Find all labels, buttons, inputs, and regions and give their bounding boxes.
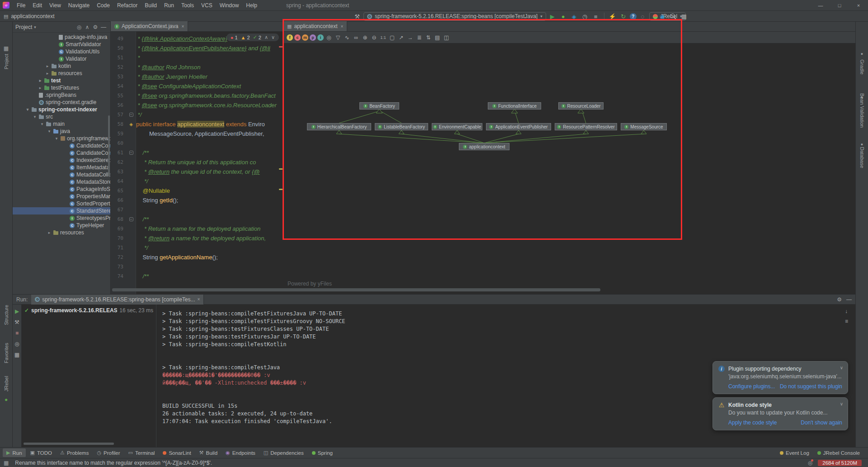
editor-tab[interactable]: I ApplicationContext.java × bbox=[111, 21, 188, 31]
chevron-down-icon[interactable]: ∨ bbox=[840, 365, 843, 370]
fold-icon[interactable]: − bbox=[129, 217, 133, 221]
show-properties-icon[interactable]: p bbox=[310, 34, 316, 41]
inspections-widget[interactable]: ●1 ▲2 ✓2 ∧ ∨ bbox=[226, 33, 279, 41]
notification-link[interactable]: Do not suggest this plugin bbox=[780, 383, 842, 390]
tree-item[interactable]: ▸resources bbox=[13, 229, 110, 236]
diagram-node[interactable]: IFunctionalInterface bbox=[488, 102, 541, 110]
settings-icon[interactable]: ⚙ bbox=[837, 296, 842, 303]
code-line[interactable]: 56 * @see org.springframework.core.io.Re… bbox=[111, 100, 283, 110]
zoom-out-icon[interactable]: ⊖ bbox=[370, 33, 378, 41]
toolwindow-button-dependencies[interactable]: ◫Dependencies bbox=[260, 448, 307, 457]
show-constructors-icon[interactable]: c bbox=[294, 34, 301, 41]
close-icon[interactable]: × bbox=[181, 24, 184, 29]
hide-icon[interactable]: — bbox=[846, 296, 852, 303]
run-config-select[interactable]: Gspring-framework-5.2.16.RELEASE:spring-… bbox=[363, 12, 546, 21]
notification-link[interactable]: Configure plugins... bbox=[728, 383, 775, 390]
run-tree-item[interactable]: ✓ spring-framework-5.2.16.RELEASE:spring… bbox=[22, 305, 156, 316]
tree-item[interactable]: ▾main bbox=[13, 120, 110, 128]
notification-balloon[interactable]: iPlugin supporting dependency∨'java:org.… bbox=[712, 361, 848, 394]
toolwindow-button-sonarlint[interactable]: SonarLint bbox=[159, 449, 194, 457]
menu-window[interactable]: Window bbox=[216, 0, 243, 11]
code-line[interactable]: 59 MessageSource, ApplicationEventPublis… bbox=[111, 129, 283, 138]
stripe-item-favorites[interactable]: Favorites bbox=[4, 343, 9, 363]
notification-link[interactable]: Apply the code style bbox=[728, 419, 777, 426]
menu-view[interactable]: View bbox=[46, 0, 65, 11]
menu-tools[interactable]: Tools bbox=[178, 0, 198, 11]
menu-edit[interactable]: Edit bbox=[29, 0, 46, 11]
diagram-node[interactable]: Iapplicationcontext bbox=[459, 143, 509, 150]
tree-item[interactable]: ▸resources bbox=[13, 70, 110, 77]
close-icon[interactable]: × bbox=[340, 24, 343, 29]
tree-item[interactable]: ▸test bbox=[13, 77, 110, 84]
help-icon[interactable]: ? bbox=[630, 13, 637, 20]
edge-filter-icon[interactable]: ∿ bbox=[343, 33, 351, 41]
tree-item[interactable]: ▸testFixtures bbox=[13, 84, 110, 91]
show-options-icon[interactable]: ◎ bbox=[14, 341, 19, 347]
tree-item[interactable]: CMetadataCollector bbox=[13, 171, 110, 178]
scroll-to-end-icon[interactable]: ↓ bbox=[845, 308, 848, 315]
stripe-item-gradle[interactable]: Gradle bbox=[859, 59, 865, 74]
tree-item[interactable]: CItemMetadata bbox=[13, 164, 110, 171]
code-line[interactable]: 71 */ bbox=[111, 243, 283, 253]
stripe-item-database[interactable]: Database bbox=[859, 147, 865, 168]
tree-item[interactable]: CCandidateComponentsIndexer bbox=[13, 149, 110, 157]
tree-item[interactable]: CMetadataStore bbox=[13, 178, 110, 186]
tree-item[interactable]: ▾spring-context-indexer bbox=[13, 106, 110, 113]
debug-button[interactable]: ● bbox=[559, 12, 568, 21]
tree-item[interactable]: CPackageInfoStereotypesProvider bbox=[13, 186, 110, 193]
project-scrollbar[interactable] bbox=[108, 115, 110, 176]
plugin-icon[interactable]: ◌ bbox=[638, 12, 647, 21]
fold-icon[interactable]: − bbox=[129, 151, 133, 155]
horizontal-scrollbar[interactable] bbox=[112, 288, 600, 291]
stripe-item-structure[interactable]: Structure bbox=[4, 305, 9, 325]
code-line[interactable]: 69 * Return a name for the deployed appl… bbox=[111, 224, 283, 234]
settings-icon[interactable]: ⚙ bbox=[91, 24, 99, 30]
tree-item[interactable]: CCandidateComponentsIndex bbox=[13, 142, 110, 149]
gutter-icon[interactable]: ◈ bbox=[129, 122, 133, 127]
memory-indicator[interactable]: 2684 of 5120M bbox=[818, 460, 862, 466]
print-icon[interactable]: ▤ bbox=[434, 33, 441, 41]
stop-button[interactable]: ■ bbox=[591, 12, 600, 21]
search-everywhere-icon[interactable] bbox=[669, 12, 678, 21]
stripe-item-project[interactable]: Project bbox=[4, 54, 9, 69]
build-settings-icon[interactable]: ⚒ bbox=[14, 319, 19, 325]
tree-item[interactable]: CValidationUtils bbox=[13, 48, 110, 55]
diagram-node[interactable]: IHierarchicalBeanFactory bbox=[307, 123, 371, 130]
visibility-icon[interactable]: ◎ bbox=[325, 33, 333, 41]
zoom-in-icon[interactable]: ⊕ bbox=[361, 33, 369, 41]
diagram-tab[interactable]: ▦ applicationcontext × bbox=[283, 21, 347, 31]
toolwindow-button-jrebel-console[interactable]: JRebel Console bbox=[814, 449, 863, 457]
jrebel-run-icon[interactable]: ⚡ bbox=[608, 12, 617, 21]
code-line[interactable]: 50 * {@link ApplicationEventPublisherAwa… bbox=[111, 43, 283, 53]
menu-navigate[interactable]: Navigate bbox=[65, 0, 93, 11]
collapse-all-icon[interactable]: ∧ bbox=[83, 24, 91, 30]
apply-layout-icon[interactable]: → bbox=[406, 33, 414, 41]
toolwindow-button-build[interactable]: ⚒Build bbox=[196, 448, 221, 457]
diagram-canvas[interactable]: IBeanFactoryIFunctionalInterfaceIResourc… bbox=[283, 43, 855, 294]
tree-item[interactable]: IValidator bbox=[13, 55, 110, 62]
toolwindow-button-endpoints[interactable]: ◉Endpoints bbox=[222, 448, 259, 457]
diagram-node[interactable]: IResourceLoader bbox=[558, 102, 604, 110]
run-tab[interactable]: G spring-framework-5.2.16.RELEASE:spring… bbox=[31, 295, 204, 305]
tree-item[interactable]: ▾java bbox=[13, 128, 110, 135]
menu-run[interactable]: Run bbox=[160, 0, 178, 11]
run-tree-scrollbar[interactable] bbox=[24, 443, 114, 445]
code-line[interactable]: 68− /** bbox=[111, 214, 283, 224]
hide-panel-icon[interactable]: — bbox=[99, 24, 108, 30]
code-line[interactable]: 54 * @see ConfigurableApplicationContext bbox=[111, 81, 283, 91]
diagram-node[interactable]: IListableBeanFactory bbox=[375, 123, 428, 130]
code-line[interactable]: 51 * bbox=[111, 53, 283, 62]
tree-item[interactable]: ISmartValidator bbox=[13, 41, 110, 48]
code-line[interactable]: 52 * @author Rod Johnson bbox=[111, 62, 283, 72]
code-line[interactable]: 53 * @author Juergen Hoeller bbox=[111, 72, 283, 81]
stripe-item-jrebel[interactable]: JRebel bbox=[4, 376, 9, 391]
tree-item[interactable]: CStandardStereotypesProvider bbox=[13, 207, 110, 214]
code-line[interactable]: 57− */ bbox=[111, 110, 283, 119]
share-icon[interactable]: ↗ bbox=[397, 33, 405, 41]
soft-wrap-icon[interactable]: ≡ bbox=[845, 318, 848, 324]
tree-item[interactable]: CSortedProperties bbox=[13, 200, 110, 207]
navigation-bar[interactable]: ▤ applicationcontext bbox=[4, 11, 54, 22]
code-line[interactable]: 74 /** bbox=[111, 272, 283, 281]
tree-item[interactable]: ▸kotlin bbox=[13, 62, 110, 70]
chevron-down-icon[interactable]: ▾ bbox=[34, 25, 36, 29]
